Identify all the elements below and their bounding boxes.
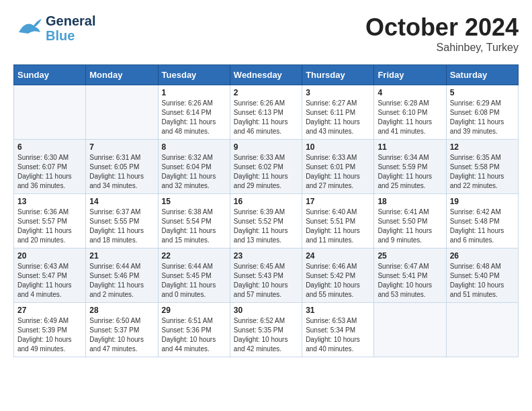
calendar-cell: 28Sunrise: 6:50 AM Sunset: 5:37 PM Dayli… [86, 303, 158, 357]
calendar-body: 1Sunrise: 6:26 AM Sunset: 6:14 PM Daylig… [14, 85, 519, 357]
calendar-cell: 29Sunrise: 6:51 AM Sunset: 5:36 PM Dayli… [158, 303, 230, 357]
calendar-cell: 11Sunrise: 6:34 AM Sunset: 5:59 PM Dayli… [374, 140, 446, 194]
day-info: Sunrise: 6:40 AM Sunset: 5:51 PM Dayligh… [306, 208, 370, 245]
day-info: Sunrise: 6:32 AM Sunset: 6:04 PM Dayligh… [162, 153, 226, 191]
month-title: October 2024 [365, 13, 519, 42]
day-info: Sunrise: 6:39 AM Sunset: 5:52 PM Dayligh… [234, 208, 298, 245]
logo: General Blue [13, 13, 95, 43]
day-info: Sunrise: 6:51 AM Sunset: 5:36 PM Dayligh… [162, 316, 226, 354]
day-number: 7 [89, 142, 154, 152]
calendar-cell: 2Sunrise: 6:26 AM Sunset: 6:13 PM Daylig… [230, 85, 302, 140]
calendar-cell: 31Sunrise: 6:53 AM Sunset: 5:34 PM Dayli… [302, 303, 374, 357]
calendar-cell: 17Sunrise: 6:40 AM Sunset: 5:51 PM Dayli… [302, 194, 374, 248]
calendar-cell: 6Sunrise: 6:30 AM Sunset: 6:07 PM Daylig… [14, 140, 86, 194]
day-number: 29 [162, 306, 226, 315]
day-info: Sunrise: 6:48 AM Sunset: 5:40 PM Dayligh… [450, 262, 515, 300]
calendar-table: SundayMondayTuesdayWednesdayThursdayFrid… [13, 64, 519, 357]
day-number: 28 [89, 306, 154, 315]
day-info: Sunrise: 6:26 AM Sunset: 6:13 PM Dayligh… [234, 99, 298, 136]
calendar-cell: 19Sunrise: 6:42 AM Sunset: 5:48 PM Dayli… [446, 194, 518, 248]
day-number: 27 [17, 306, 82, 315]
day-number: 20 [17, 251, 82, 261]
calendar-cell: 12Sunrise: 6:35 AM Sunset: 5:58 PM Dayli… [446, 140, 518, 194]
day-number: 9 [234, 142, 298, 152]
day-info: Sunrise: 6:45 AM Sunset: 5:43 PM Dayligh… [234, 262, 298, 300]
day-info: Sunrise: 6:43 AM Sunset: 5:47 PM Dayligh… [17, 262, 82, 300]
calendar-cell: 25Sunrise: 6:47 AM Sunset: 5:41 PM Dayli… [374, 248, 446, 303]
calendar-cell: 9Sunrise: 6:33 AM Sunset: 6:02 PM Daylig… [230, 140, 302, 194]
day-number: 26 [450, 251, 515, 261]
calendar-cell: 22Sunrise: 6:44 AM Sunset: 5:45 PM Dayli… [158, 248, 230, 303]
day-info: Sunrise: 6:30 AM Sunset: 6:07 PM Dayligh… [17, 153, 82, 191]
day-number: 16 [234, 197, 298, 206]
day-number: 5 [450, 88, 515, 97]
day-info: Sunrise: 6:44 AM Sunset: 5:45 PM Dayligh… [162, 262, 226, 300]
calendar-cell: 1Sunrise: 6:26 AM Sunset: 6:14 PM Daylig… [158, 85, 230, 140]
calendar-cell [14, 85, 86, 140]
day-number: 15 [162, 197, 226, 206]
day-number: 25 [378, 251, 442, 261]
day-info: Sunrise: 6:52 AM Sunset: 5:35 PM Dayligh… [234, 316, 298, 354]
calendar-cell: 20Sunrise: 6:43 AM Sunset: 5:47 PM Dayli… [14, 248, 86, 303]
day-info: Sunrise: 6:26 AM Sunset: 6:14 PM Dayligh… [162, 99, 226, 136]
day-number: 24 [306, 251, 370, 261]
day-info: Sunrise: 6:42 AM Sunset: 5:48 PM Dayligh… [450, 208, 515, 245]
day-info: Sunrise: 6:31 AM Sunset: 6:05 PM Dayligh… [89, 153, 154, 191]
calendar-cell: 8Sunrise: 6:32 AM Sunset: 6:04 PM Daylig… [158, 140, 230, 194]
day-info: Sunrise: 6:37 AM Sunset: 5:55 PM Dayligh… [89, 208, 154, 245]
logo-icon [13, 13, 43, 43]
day-info: Sunrise: 6:29 AM Sunset: 6:08 PM Dayligh… [450, 99, 515, 136]
day-number: 23 [234, 251, 298, 261]
day-number: 21 [89, 251, 154, 261]
weekday-header-cell: Monday [86, 65, 158, 85]
calendar-cell: 16Sunrise: 6:39 AM Sunset: 5:52 PM Dayli… [230, 194, 302, 248]
calendar-cell: 5Sunrise: 6:29 AM Sunset: 6:08 PM Daylig… [446, 85, 518, 140]
calendar-week-row: 20Sunrise: 6:43 AM Sunset: 5:47 PM Dayli… [14, 248, 519, 303]
day-info: Sunrise: 6:49 AM Sunset: 5:39 PM Dayligh… [17, 316, 82, 354]
calendar-cell: 30Sunrise: 6:52 AM Sunset: 5:35 PM Dayli… [230, 303, 302, 357]
calendar-week-row: 6Sunrise: 6:30 AM Sunset: 6:07 PM Daylig… [14, 140, 519, 194]
calendar-cell: 14Sunrise: 6:37 AM Sunset: 5:55 PM Dayli… [86, 194, 158, 248]
day-info: Sunrise: 6:50 AM Sunset: 5:37 PM Dayligh… [89, 316, 154, 354]
day-info: Sunrise: 6:35 AM Sunset: 5:58 PM Dayligh… [450, 153, 515, 191]
weekday-header-cell: Saturday [446, 65, 518, 85]
weekday-header-row: SundayMondayTuesdayWednesdayThursdayFrid… [14, 65, 519, 85]
day-info: Sunrise: 6:34 AM Sunset: 5:59 PM Dayligh… [378, 153, 442, 191]
day-info: Sunrise: 6:44 AM Sunset: 5:46 PM Dayligh… [89, 262, 154, 300]
calendar-cell: 23Sunrise: 6:45 AM Sunset: 5:43 PM Dayli… [230, 248, 302, 303]
day-number: 22 [162, 251, 226, 261]
day-number: 31 [306, 306, 370, 315]
calendar-cell: 27Sunrise: 6:49 AM Sunset: 5:39 PM Dayli… [14, 303, 86, 357]
calendar-cell: 24Sunrise: 6:46 AM Sunset: 5:42 PM Dayli… [302, 248, 374, 303]
day-number: 1 [162, 88, 226, 97]
calendar-cell: 4Sunrise: 6:28 AM Sunset: 6:10 PM Daylig… [374, 85, 446, 140]
day-number: 3 [306, 88, 370, 97]
calendar-cell: 26Sunrise: 6:48 AM Sunset: 5:40 PM Dayli… [446, 248, 518, 303]
calendar-cell: 18Sunrise: 6:41 AM Sunset: 5:50 PM Dayli… [374, 194, 446, 248]
day-number: 19 [450, 197, 515, 206]
day-info: Sunrise: 6:28 AM Sunset: 6:10 PM Dayligh… [378, 99, 442, 136]
day-info: Sunrise: 6:33 AM Sunset: 6:02 PM Dayligh… [234, 153, 298, 191]
calendar-cell: 21Sunrise: 6:44 AM Sunset: 5:46 PM Dayli… [86, 248, 158, 303]
logo-text-blue: Blue [46, 28, 95, 43]
day-number: 18 [378, 197, 442, 206]
calendar-week-row: 1Sunrise: 6:26 AM Sunset: 6:14 PM Daylig… [14, 85, 519, 140]
day-info: Sunrise: 6:41 AM Sunset: 5:50 PM Dayligh… [378, 208, 442, 245]
day-number: 30 [234, 306, 298, 315]
day-number: 8 [162, 142, 226, 152]
day-number: 6 [17, 142, 82, 152]
calendar-cell: 10Sunrise: 6:33 AM Sunset: 6:01 PM Dayli… [302, 140, 374, 194]
day-number: 10 [306, 142, 370, 152]
day-info: Sunrise: 6:27 AM Sunset: 6:11 PM Dayligh… [306, 99, 370, 136]
weekday-header-cell: Thursday [302, 65, 374, 85]
day-number: 11 [378, 142, 442, 152]
day-number: 13 [17, 197, 82, 206]
day-info: Sunrise: 6:46 AM Sunset: 5:42 PM Dayligh… [306, 262, 370, 300]
day-info: Sunrise: 6:36 AM Sunset: 5:57 PM Dayligh… [17, 208, 82, 245]
calendar-cell [86, 85, 158, 140]
calendar-week-row: 27Sunrise: 6:49 AM Sunset: 5:39 PM Dayli… [14, 303, 519, 357]
weekday-header-cell: Sunday [14, 65, 86, 85]
calendar-cell: 7Sunrise: 6:31 AM Sunset: 6:05 PM Daylig… [86, 140, 158, 194]
page-header: General Blue October 2024 Sahinbey, Turk… [13, 13, 519, 54]
day-info: Sunrise: 6:53 AM Sunset: 5:34 PM Dayligh… [306, 316, 370, 354]
